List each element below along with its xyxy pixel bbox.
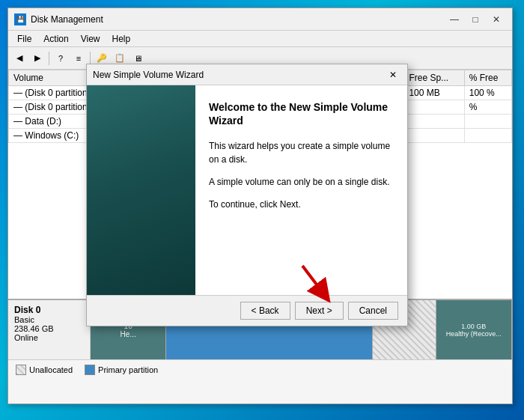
legend-label-unallocated: Unallocated bbox=[29, 365, 73, 374]
disk-size: 238.46 GB bbox=[14, 324, 54, 333]
disk-name: Disk 0 bbox=[14, 305, 84, 315]
red-arrow-icon bbox=[295, 262, 340, 303]
col-pctfree[interactable]: % Free bbox=[464, 70, 511, 86]
legend-box-unallocated bbox=[16, 365, 26, 375]
disk-partition-3[interactable]: 1.00 GBHealthy (Recove... bbox=[436, 300, 512, 359]
legend-box-primary bbox=[85, 365, 95, 375]
cancel-button[interactable]: Cancel bbox=[348, 302, 398, 320]
close-button[interactable]: ✕ bbox=[487, 11, 506, 28]
cell-freesp bbox=[404, 115, 464, 129]
wizard-para-2: A simple volume can only be on a single … bbox=[209, 175, 394, 189]
next-button[interactable]: Next > bbox=[295, 302, 344, 320]
wizard-heading: Welcome to the New Simple Volume Wizard bbox=[209, 100, 394, 127]
toolbar-help-button[interactable]: ? bbox=[52, 50, 69, 67]
app-icon: 💾 bbox=[14, 13, 26, 25]
back-button[interactable]: ◀ bbox=[11, 50, 28, 67]
menu-bar: File Action View Help bbox=[8, 31, 512, 47]
window-title: Disk Management bbox=[31, 14, 445, 25]
back-button[interactable]: < Back bbox=[240, 302, 290, 320]
cell-pct bbox=[464, 129, 511, 143]
minimize-button[interactable]: — bbox=[445, 11, 464, 28]
menu-view[interactable]: View bbox=[75, 32, 106, 46]
legend-primary: Primary partition bbox=[85, 365, 158, 375]
legend-unallocated: Unallocated bbox=[16, 365, 73, 375]
menu-file[interactable]: File bbox=[11, 32, 37, 46]
cell-freesp bbox=[404, 129, 464, 143]
cell-freesp: 100 MB bbox=[404, 86, 464, 100]
menu-action[interactable]: Action bbox=[37, 32, 74, 46]
toolbar-separator-2 bbox=[90, 52, 91, 65]
svg-line-1 bbox=[302, 266, 323, 293]
wizard-dialog: New Simple Volume Wizard ✕ Welcome to th… bbox=[86, 64, 408, 326]
title-bar: 💾 Disk Management — □ ✕ bbox=[8, 8, 512, 31]
legend-label-primary: Primary partition bbox=[98, 365, 158, 374]
maximize-button[interactable]: □ bbox=[466, 11, 485, 28]
cell-pct bbox=[464, 115, 511, 129]
disk-status: Online bbox=[14, 333, 38, 342]
window-controls: — □ ✕ bbox=[445, 11, 506, 28]
menu-help[interactable]: Help bbox=[106, 32, 137, 46]
wizard-title-text: New Simple Volume Wizard bbox=[93, 70, 385, 80]
forward-button[interactable]: ▶ bbox=[29, 50, 46, 67]
wizard-footer: < Back Next > Cancel bbox=[87, 295, 407, 326]
cell-freesp bbox=[404, 100, 464, 115]
partition-label-3: 1.00 GBHealthy (Recove... bbox=[446, 323, 502, 338]
disk-label: Disk 0 Basic 238.46 GB Online bbox=[8, 300, 91, 359]
legend: Unallocated Primary partition bbox=[8, 360, 512, 380]
wizard-title-bar: New Simple Volume Wizard ✕ bbox=[87, 64, 407, 85]
cell-pct: 100 % bbox=[464, 86, 511, 100]
wizard-sidebar bbox=[87, 85, 195, 295]
wizard-body: Welcome to the New Simple Volume Wizard … bbox=[87, 85, 407, 295]
cell-pct: % bbox=[464, 100, 511, 115]
toolbar-separator-1 bbox=[49, 52, 49, 65]
wizard-para-1: This wizard helps you create a simple vo… bbox=[209, 139, 394, 166]
wizard-close-button[interactable]: ✕ bbox=[385, 67, 401, 82]
col-freesp[interactable]: Free Sp... bbox=[404, 70, 464, 86]
disk-type: Basic bbox=[14, 315, 34, 324]
wizard-para-3: To continue, click Next. bbox=[209, 198, 394, 211]
toolbar-btn-2[interactable]: ≡ bbox=[70, 50, 87, 67]
